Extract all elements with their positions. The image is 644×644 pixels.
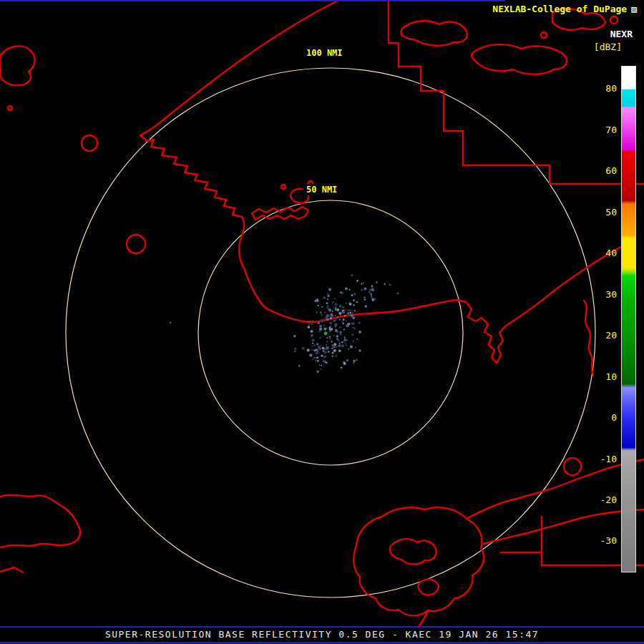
- colorbar-tick: 40: [585, 248, 617, 259]
- coastline-southwest-spur: [0, 567, 23, 572]
- islet: [541, 32, 547, 38]
- coastline-southwest: [0, 495, 80, 547]
- radar-display: NEXLAB-College of DuPage▨ NEXR [dBZ] 80 …: [0, 0, 644, 644]
- product-title: SUPER-RESOLUTION BASE REFLECTIVITY 0.5 D…: [0, 629, 644, 640]
- colorbar-tick: 10: [585, 371, 617, 383]
- coastline-lagoon: [252, 207, 308, 220]
- range-ring-label-50nmi: 50 NMI: [303, 184, 340, 195]
- river-southeast-upper: [467, 459, 644, 519]
- colorbar-tick: 80: [585, 83, 617, 94]
- radar-echoes: [170, 275, 399, 374]
- range-ring-100nmi: [66, 68, 595, 597]
- colorbar-product-code: NEXR: [610, 29, 633, 39]
- map-outlines: [0, 0, 644, 627]
- range-ring-label-100nmi: 100 NMI: [303, 47, 346, 59]
- island-circle-west: [82, 135, 97, 151]
- colorbar-units: [dBZ]: [594, 42, 622, 52]
- range-ring-50nmi: [198, 200, 463, 465]
- river-southeast-lower: [484, 509, 644, 544]
- range-rings: [66, 68, 595, 597]
- island-south-inner-1: [390, 539, 436, 564]
- top-frame-line: [0, 0, 505, 1]
- island-northwest: [0, 46, 35, 85]
- islet: [610, 16, 618, 24]
- colorbar-tick: -30: [585, 535, 617, 547]
- header-brand: NEXLAB-College of DuPage▨: [492, 4, 637, 14]
- colorbar-tick: 70: [585, 125, 617, 136]
- colorbar-tick: -20: [585, 494, 617, 506]
- colorbar-tick: 30: [585, 289, 617, 301]
- colorbar-tick: 50: [585, 207, 617, 218]
- colorbar-tick: -10: [585, 454, 617, 465]
- colorbar-tick: 60: [585, 165, 617, 177]
- colorbar-tick: 0: [585, 412, 617, 424]
- island-south-inner-2: [418, 579, 439, 595]
- lake-northeast-2: [472, 44, 567, 74]
- radar-map-canvas: [0, 0, 644, 644]
- islet: [8, 106, 12, 110]
- lake-northeast-1: [401, 21, 467, 46]
- lake-circle-southeast: [564, 458, 581, 475]
- brand-label: NEXLAB-College of DuPage: [492, 4, 627, 14]
- bottom-frame-line: [0, 626, 644, 628]
- colorbar-tick: 20: [585, 330, 617, 341]
- islet: [281, 185, 286, 189]
- reflectivity-colorbar: [621, 66, 636, 572]
- island-circle-southwest: [127, 235, 145, 253]
- logo-icon: ▨: [631, 4, 637, 14]
